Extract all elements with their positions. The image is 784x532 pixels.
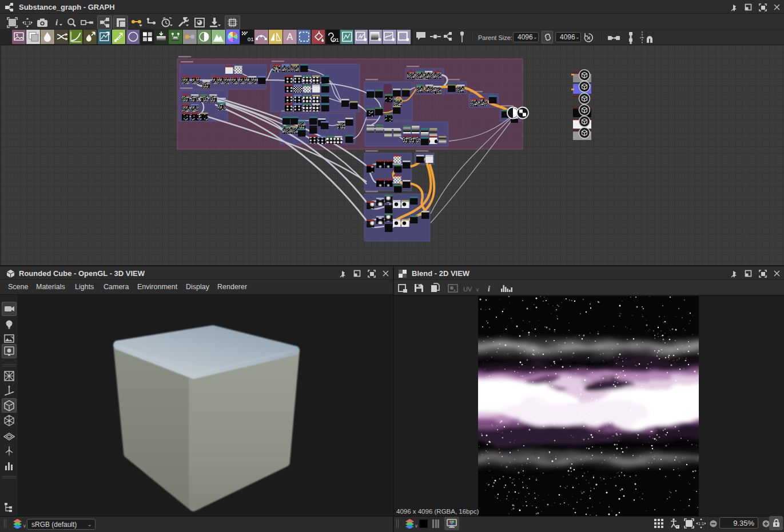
svg-text:i: i (55, 18, 58, 27)
svg-text:01: 01 (333, 37, 339, 43)
svg-text:i: i (488, 285, 490, 293)
svg-text:01: 01 (248, 36, 254, 42)
svg-text:1:1: 1:1 (24, 20, 31, 26)
svg-text:A: A (286, 32, 293, 42)
svg-text:1:1: 1:1 (698, 521, 704, 526)
